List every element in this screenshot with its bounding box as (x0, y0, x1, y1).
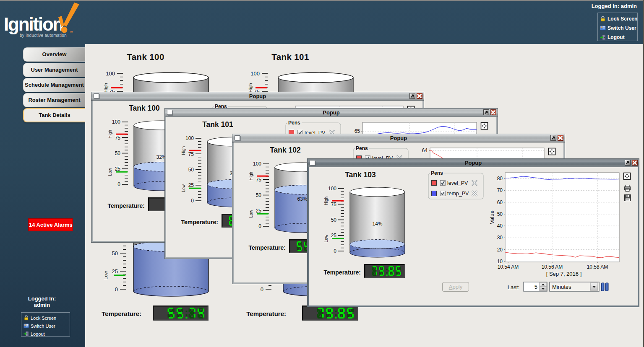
svg-text:80: 80 (497, 176, 503, 181)
svg-text:Tank 101: Tank 101 (202, 120, 233, 129)
svg-text:75: 75 (331, 202, 337, 207)
svg-text:64: 64 (422, 148, 428, 153)
svg-text:10:54 AM: 10:54 AM (498, 264, 519, 270)
svg-text:100: 100 (106, 70, 115, 77)
svg-text:0: 0 (258, 223, 261, 229)
svg-text:High: High (182, 146, 186, 155)
svg-text:25: 25 (331, 233, 337, 238)
svg-text:100: 100 (250, 70, 260, 77)
svg-text:Value: Value (489, 210, 495, 224)
svg-text:0: 0 (191, 198, 194, 204)
svg-text:High: High (249, 172, 254, 181)
svg-text:40: 40 (497, 223, 503, 229)
svg-text:75: 75 (188, 151, 194, 157)
svg-text:TM: TM (70, 31, 73, 33)
svg-text:Low: Low (324, 234, 329, 242)
svg-text:0: 0 (334, 248, 336, 254)
svg-text:100: 100 (185, 135, 194, 141)
svg-text:100: 100 (112, 119, 120, 125)
svg-text:[ Sep 7, 2016 ]: [ Sep 7, 2016 ] (546, 271, 582, 277)
svg-text:Temperature:: Temperature: (249, 244, 286, 251)
svg-text:0: 0 (115, 286, 118, 293)
svg-text:100: 100 (328, 186, 336, 192)
svg-text:50: 50 (497, 211, 503, 217)
svg-text:25: 25 (188, 182, 194, 188)
svg-text:10:56 AM: 10:56 AM (542, 264, 563, 270)
svg-text:50: 50 (256, 192, 262, 198)
svg-text:75: 75 (256, 177, 262, 183)
svg-text:75: 75 (115, 135, 121, 141)
svg-text:5: 5 (534, 284, 537, 290)
svg-text:0: 0 (261, 286, 263, 293)
svg-text:Low: Low (249, 210, 254, 218)
svg-text:Temperature:: Temperature: (324, 269, 361, 276)
svg-text:14%: 14% (372, 221, 382, 227)
svg-text:High: High (324, 197, 329, 205)
svg-text:Pens: Pens (356, 145, 368, 151)
svg-text:70: 70 (497, 187, 503, 193)
svg-text:High: High (248, 83, 253, 93)
svg-text:60: 60 (497, 199, 503, 205)
svg-text:level_PV: level_PV (447, 180, 468, 186)
svg-text:50: 50 (188, 167, 194, 173)
svg-text:Tank 101: Tank 101 (271, 52, 309, 62)
svg-text:Low: Low (104, 271, 109, 280)
svg-text:50: 50 (112, 250, 118, 256)
svg-text:Low: Low (108, 168, 113, 176)
svg-text:25: 25 (256, 208, 262, 214)
svg-text:High: High (108, 130, 113, 139)
svg-text:10: 10 (497, 259, 503, 264)
svg-text:Pens: Pens (288, 120, 300, 126)
svg-text:Tank 103: Tank 103 (345, 171, 376, 179)
svg-text:63%: 63% (297, 196, 307, 202)
svg-text:Tank 100: Tank 100 (129, 104, 160, 112)
svg-text:65: 65 (355, 128, 360, 134)
svg-text:20: 20 (497, 247, 503, 253)
svg-text:Apply: Apply (449, 284, 463, 290)
svg-text:30: 30 (497, 235, 503, 241)
svg-text:Low: Low (182, 184, 186, 192)
svg-text:50: 50 (115, 150, 121, 156)
svg-text:Temperature:: Temperature: (102, 310, 141, 317)
svg-text:25: 25 (115, 166, 121, 172)
svg-text:Temperature:: Temperature: (246, 310, 286, 317)
svg-text:Tank 102: Tank 102 (270, 146, 301, 154)
svg-text:Temperature:: Temperature: (108, 202, 145, 209)
svg-text:Tank 100: Tank 100 (127, 52, 164, 62)
svg-text:100: 100 (253, 161, 261, 167)
svg-text:Temperature:: Temperature: (181, 219, 218, 225)
svg-text:Last:: Last: (508, 284, 519, 290)
svg-text:temp_PV: temp_PV (447, 191, 469, 197)
svg-text:25: 25 (112, 268, 118, 274)
svg-text:High: High (104, 83, 109, 93)
svg-text:Minutes: Minutes (552, 284, 571, 290)
svg-text:10:58 AM: 10:58 AM (587, 264, 608, 270)
svg-text:0: 0 (117, 181, 120, 187)
svg-text:Pens: Pens (431, 170, 443, 176)
svg-text:50: 50 (331, 217, 337, 223)
